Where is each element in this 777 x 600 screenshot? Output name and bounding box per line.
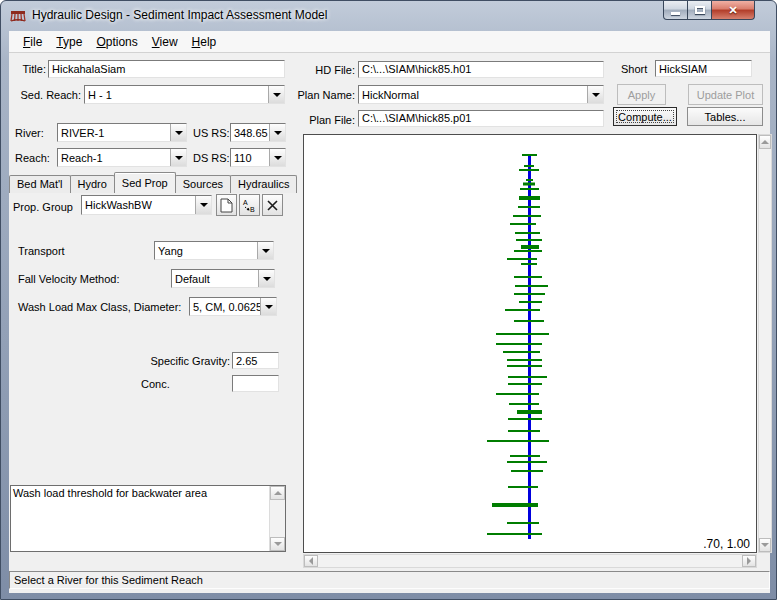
us-rs-label: US RS: [193, 127, 230, 139]
description-text: Wash load threshold for backwater area [13, 487, 267, 500]
menu-help[interactable]: Help [185, 33, 224, 51]
scroll-up-button[interactable] [759, 135, 771, 149]
apply-button[interactable]: Apply [617, 84, 666, 105]
dropdown-arrow-icon[interactable] [587, 86, 603, 103]
cross-section-tick [514, 293, 545, 295]
plan-name-label: Plan Name: [297, 89, 355, 101]
menu-options[interactable]: Options [89, 33, 144, 51]
ds-rs-label: DS RS: [193, 152, 230, 164]
window-title: Hydraulic Design - Sediment Impact Asses… [32, 8, 327, 22]
river-centerline [528, 154, 531, 539]
transport-label: Transport [18, 245, 65, 257]
tab-bed-mat-l[interactable]: Bed Mat'l [9, 175, 71, 193]
prop-group-select[interactable]: HickWashBW [81, 195, 212, 215]
hd-file-label: HD File: [301, 64, 355, 76]
river-value: RIVER-1 [58, 127, 170, 139]
tab-strip: Bed Mat'lHydroSed PropSourcesHydraulics [9, 172, 297, 193]
dropdown-arrow-icon[interactable] [170, 124, 186, 141]
status-text: Select a River for this Sediment Reach [14, 574, 203, 586]
conc-input[interactable] [232, 375, 279, 392]
menu-type[interactable]: Type [49, 33, 89, 51]
close-button[interactable]: ✕ [711, 1, 755, 20]
svg-text:A: A [243, 199, 248, 206]
sed-reach-select[interactable]: H - 1 [84, 85, 285, 104]
scroll-down-button[interactable] [270, 537, 285, 551]
cross-section-tick [503, 351, 540, 353]
scroll-left-button[interactable] [304, 555, 318, 567]
plan-name-select[interactable]: HickNormal [358, 85, 604, 104]
scroll-down-button[interactable] [759, 538, 771, 552]
application-window: Hydraulic Design - Sediment Impact Asses… [0, 0, 777, 600]
cross-section-tick [526, 179, 533, 181]
dropdown-arrow-icon[interactable] [269, 124, 285, 141]
transport-select[interactable]: Yang [154, 241, 274, 260]
tab-sources[interactable]: Sources [175, 175, 231, 193]
menu-view[interactable]: View [145, 33, 185, 51]
maximize-icon [695, 6, 705, 14]
dropdown-arrow-icon[interactable] [170, 149, 186, 166]
cross-section-tick [521, 245, 539, 249]
river-schematic-plot[interactable]: .70, 1.00 [303, 134, 757, 553]
tab-sed-prop[interactable]: Sed Prop [114, 172, 176, 193]
cross-section-tick [507, 359, 542, 361]
description-scrollbar[interactable] [269, 486, 285, 551]
title-bar[interactable]: Hydraulic Design - Sediment Impact Asses… [1, 1, 776, 31]
river-select[interactable]: RIVER-1 [57, 123, 187, 142]
update-plot-button[interactable]: Update Plot [688, 84, 763, 105]
cross-section-tick [519, 169, 539, 171]
wash-load-select[interactable]: 5, CM, 0.0625 [189, 297, 277, 316]
cross-section-tick [514, 276, 542, 278]
delete-group-button[interactable] [262, 194, 283, 216]
short-input[interactable] [655, 60, 752, 77]
cross-section-tick [509, 403, 539, 405]
scroll-up-button[interactable] [270, 486, 285, 500]
menu-file[interactable]: File [16, 33, 49, 51]
minimize-button[interactable] [663, 1, 688, 20]
plot-vertical-scrollbar[interactable] [758, 134, 772, 553]
tab-hydro[interactable]: Hydro [70, 175, 115, 193]
new-group-button[interactable] [216, 194, 237, 216]
tables-button[interactable]: Tables... [687, 107, 763, 126]
plan-file-box: C:\...\SIAM\hick85.p01 [358, 110, 604, 127]
maximize-button[interactable] [687, 1, 712, 20]
cross-section-tick [514, 250, 542, 252]
cross-section-tick [508, 486, 538, 488]
plan-name-value: HickNormal [359, 89, 587, 101]
description-box[interactable]: Wash load threshold for backwater area [10, 485, 286, 552]
cross-section-tick [511, 470, 543, 472]
short-label: Short [621, 63, 647, 75]
cross-section-tick [518, 206, 540, 208]
cross-section-tick [520, 188, 539, 190]
cross-section-tick [523, 183, 535, 186]
plot-horizontal-scrollbar[interactable] [303, 554, 757, 568]
dropdown-arrow-icon[interactable] [260, 298, 276, 315]
dropdown-arrow-icon[interactable] [257, 242, 273, 259]
arrow-up-icon [274, 491, 282, 495]
cross-section-tick [515, 285, 548, 287]
tab-hydraulics[interactable]: Hydraulics [230, 175, 297, 193]
dropdown-arrow-icon[interactable] [258, 270, 274, 287]
dropdown-arrow-icon[interactable] [268, 86, 284, 103]
minimize-icon [671, 12, 680, 15]
reach-label: Reach: [15, 152, 50, 164]
dropdown-arrow-icon[interactable] [269, 149, 285, 166]
rename-group-button[interactable]: A B [239, 194, 260, 216]
compute-button[interactable]: Compute... [613, 107, 677, 126]
title-input[interactable] [48, 60, 285, 78]
scroll-right-button[interactable] [742, 555, 756, 567]
reach-value: Reach-1 [58, 152, 170, 164]
arrow-left-icon [309, 557, 313, 565]
us-rs-select[interactable]: 348.65 [230, 123, 286, 142]
close-icon: ✕ [728, 5, 737, 16]
ds-rs-select[interactable]: 110 [230, 148, 286, 167]
status-bar: Select a River for this Sediment Reach [9, 571, 770, 589]
fall-velocity-value: Default [172, 273, 258, 285]
menu-bar: FileTypeOptionsViewHelp [9, 31, 770, 53]
fall-velocity-select[interactable]: Default [171, 269, 275, 288]
cross-section-tick [492, 503, 538, 507]
specific-gravity-input[interactable] [232, 352, 279, 369]
reach-select[interactable]: Reach-1 [57, 148, 187, 167]
cross-section-tick [487, 440, 549, 442]
dropdown-arrow-icon[interactable] [195, 196, 211, 214]
cross-section-tick [510, 455, 540, 457]
